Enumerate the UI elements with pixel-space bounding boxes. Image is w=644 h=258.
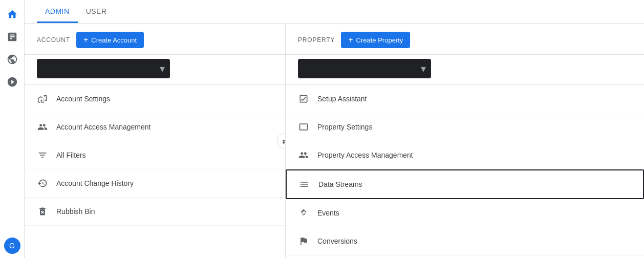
building-icon	[37, 93, 48, 104]
tab-user[interactable]: USER	[78, 0, 115, 23]
menu-item-conversions[interactable]: Conversions	[286, 227, 644, 255]
property-settings-label: Property Settings	[317, 123, 372, 131]
trash-icon	[37, 206, 48, 217]
menu-item-account-change-history[interactable]: Account Change History	[25, 169, 285, 198]
property-people-icon	[298, 149, 309, 161]
svg-point-1	[300, 184, 301, 185]
account-access-label: Account Access Management	[56, 123, 151, 131]
property-dropdown[interactable]: ▾	[298, 59, 431, 78]
tab-bar: ADMIN USER	[25, 0, 644, 24]
setup-assistant-label: Setup Assistant	[317, 95, 367, 103]
sidebar-reports-icon[interactable]	[2, 27, 23, 47]
menu-item-account-access[interactable]: Account Access Management	[25, 113, 285, 141]
menu-item-all-filters[interactable]: All Filters	[25, 141, 285, 169]
property-selector-wrapper: ▾	[286, 55, 644, 85]
sidebar: G	[0, 0, 25, 258]
account-label: Account	[37, 36, 70, 44]
right-col-header: Property + Create Property	[286, 24, 644, 55]
menu-item-account-settings[interactable]: Account Settings	[25, 85, 285, 113]
account-dropdown[interactable]: ▾	[37, 59, 170, 78]
menu-item-setup-assistant[interactable]: Setup Assistant	[286, 85, 644, 113]
create-account-button[interactable]: + Create Account	[76, 32, 144, 48]
create-property-plus-icon: +	[348, 35, 353, 45]
conversions-label: Conversions	[317, 237, 357, 245]
people-icon	[37, 121, 48, 133]
admin-body: Account + Create Account ▾	[25, 24, 644, 258]
rubbish-bin-label: Rubbish Bin	[56, 207, 95, 216]
menu-item-events[interactable]: Events	[286, 199, 644, 227]
left-column: Account + Create Account ▾	[25, 24, 286, 258]
user-avatar[interactable]: G	[4, 238, 20, 254]
svg-point-0	[300, 182, 301, 183]
menu-item-rubbish-bin[interactable]: Rubbish Bin	[25, 198, 285, 226]
sidebar-explore-icon[interactable]	[2, 49, 23, 70]
account-selected-value	[42, 64, 124, 73]
sidebar-advertising-icon[interactable]	[2, 72, 23, 92]
main-content: ADMIN USER Account + Create Account ▾	[25, 0, 644, 258]
data-streams-label: Data Streams	[318, 180, 362, 188]
property-label: Property	[298, 36, 335, 44]
all-filters-label: All Filters	[56, 151, 86, 159]
events-label: Events	[317, 209, 339, 217]
property-selected-value	[303, 64, 385, 73]
left-col-header: Account + Create Account	[25, 24, 285, 55]
account-selector-wrapper: ▾	[25, 55, 285, 85]
right-column: Property + Create Property ▾	[286, 24, 644, 258]
property-menu-list: Setup Assistant Property Settings Proper…	[286, 85, 644, 258]
property-access-label: Property Access Management	[317, 151, 413, 159]
checkbox-icon	[298, 93, 309, 104]
property-dropdown-arrow-icon: ▾	[421, 63, 426, 74]
tab-admin[interactable]: ADMIN	[37, 0, 78, 23]
svg-point-2	[300, 186, 301, 187]
events-icon	[298, 207, 309, 219]
menu-item-property-settings[interactable]: Property Settings	[286, 113, 644, 141]
filter-icon	[37, 149, 48, 161]
account-menu-list: Account Settings Account Access Manageme…	[25, 85, 285, 226]
data-streams-icon	[299, 179, 310, 190]
menu-item-property-access[interactable]: Property Access Management	[286, 141, 644, 169]
create-account-label: Create Account	[91, 36, 137, 44]
settings-window-icon	[298, 121, 309, 133]
history-icon	[37, 178, 48, 189]
menu-item-audiences[interactable]: Audiences	[286, 255, 644, 258]
create-property-label: Create Property	[356, 36, 403, 44]
sidebar-home-icon[interactable]	[2, 4, 23, 25]
account-change-history-label: Account Change History	[56, 179, 134, 187]
flag-icon	[298, 235, 309, 247]
menu-item-data-streams[interactable]: Data Streams	[286, 169, 644, 199]
account-dropdown-arrow-icon: ▾	[160, 63, 165, 74]
create-account-plus-icon: +	[83, 35, 88, 45]
create-property-button[interactable]: + Create Property	[341, 32, 410, 48]
account-settings-label: Account Settings	[56, 95, 110, 103]
